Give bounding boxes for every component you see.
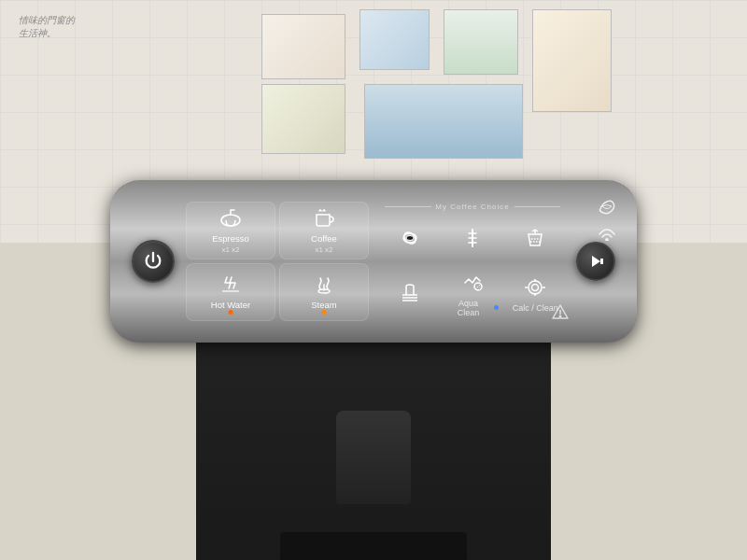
wall-text: 情味的門窗的 生活神。 <box>19 14 75 40</box>
coffee-icon <box>311 207 337 231</box>
svg-line-18 <box>475 284 481 289</box>
coffee-choice-section: My Coffee Choice <box>380 203 565 321</box>
artwork-2 <box>359 9 430 70</box>
svg-point-1 <box>221 215 240 226</box>
artwork-5 <box>532 9 612 112</box>
calc-clean-icon <box>524 278 546 301</box>
steam-label: Steam <box>311 300 336 310</box>
amount-choice-button[interactable] <box>443 215 501 266</box>
signal-icon <box>599 228 615 245</box>
bean-right-icon <box>599 198 615 218</box>
pour-icon <box>399 282 421 308</box>
svg-point-20 <box>532 284 539 290</box>
drip-tray <box>280 532 467 560</box>
bean-choice-button[interactable] <box>380 215 439 266</box>
hot-water-icon <box>218 273 244 298</box>
main-buttons-grid: Espresso x1 x2 Coffee x1 x2 <box>186 202 369 321</box>
hopper <box>336 411 411 504</box>
hot-water-indicator <box>229 310 233 315</box>
svg-point-26 <box>559 315 561 317</box>
control-panel: Espresso x1 x2 Coffee x1 x2 <box>112 182 635 341</box>
bean-icon <box>400 228 420 252</box>
steam-icon <box>311 273 337 298</box>
background: 情味的門窗的 生活神。 <box>0 0 747 560</box>
aqua-clean-label: Aqua Clean <box>446 299 489 317</box>
power-button[interactable] <box>132 240 175 283</box>
espresso-sublabel: x1 x2 <box>221 245 239 254</box>
hot-water-label: Hot Water <box>211 300 250 310</box>
cup-size-icon <box>524 227 546 253</box>
espresso-label: Espresso <box>212 233 249 244</box>
hot-water-button[interactable]: Hot Water <box>186 263 275 321</box>
amount-icon <box>464 228 481 252</box>
artwork-1 <box>261 14 345 79</box>
warning-icon <box>552 303 569 323</box>
svg-point-3 <box>318 289 330 293</box>
cup-size-button[interactable] <box>506 215 565 266</box>
svg-point-19 <box>529 281 542 294</box>
coffee-button[interactable]: Coffee x1 x2 <box>279 202 369 259</box>
steam-indicator <box>322 310 327 315</box>
right-icons <box>599 198 615 245</box>
svg-point-6 <box>406 236 414 241</box>
steam-button[interactable]: Steam <box>279 263 369 321</box>
aqua-clean-button[interactable]: Aqua Clean <box>443 270 501 321</box>
espresso-icon <box>218 207 244 231</box>
aqua-clean-indicator <box>494 305 499 310</box>
machine-lower <box>196 336 551 560</box>
svg-point-27 <box>606 239 608 241</box>
coffee-label: Coffee <box>311 233 337 244</box>
svg-rect-29 <box>600 259 603 264</box>
artwork-4 <box>261 84 345 154</box>
svg-marker-28 <box>592 256 600 267</box>
play-stop-button[interactable] <box>576 242 615 281</box>
coffee-sublabel: x1 x2 <box>315 245 332 254</box>
aqua-clean-icon <box>461 273 484 296</box>
artwork-3 <box>444 9 518 75</box>
espresso-button[interactable]: Espresso x1 x2 <box>186 202 275 259</box>
coffee-choice-grid: Aqua Clean <box>380 215 565 321</box>
coffee-choice-title: My Coffee Choice <box>380 203 565 211</box>
artwork-6 <box>364 84 523 159</box>
pour-button[interactable] <box>380 270 439 321</box>
